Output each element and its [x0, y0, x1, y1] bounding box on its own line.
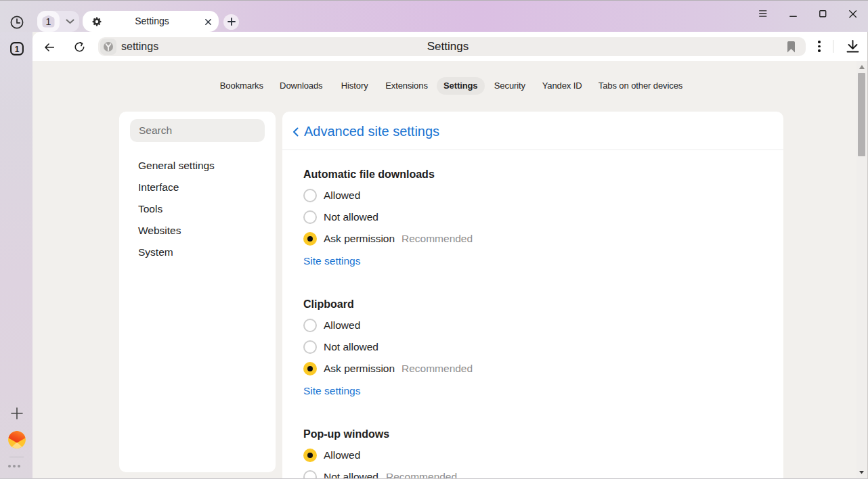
- svg-text:1: 1: [15, 45, 20, 54]
